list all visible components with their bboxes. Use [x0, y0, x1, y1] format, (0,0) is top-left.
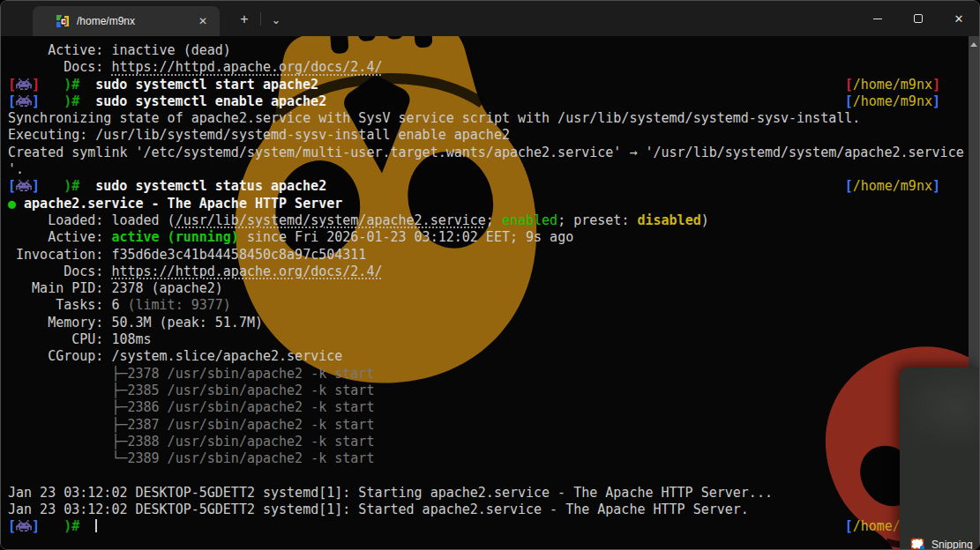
maximize-icon	[914, 14, 923, 23]
terminal-line: '.	[8, 161, 979, 178]
terminal-line: Invocation: f35d6de3c41b44458450c8a97c50…	[8, 247, 979, 264]
terminal-line: Active: active (running) since Fri 2026-…	[8, 229, 979, 246]
terminal-line: Jan 23 03:12:02 DESKTOP-5GDETT2 systemd[…	[8, 485, 979, 502]
close-icon: ✕	[954, 12, 964, 26]
terminal-line: Jan 23 03:12:02 DESKTOP-5GDETT2 systemd[…	[8, 502, 979, 518]
minimize-icon	[873, 19, 882, 19]
snipping-tool-icon	[910, 538, 925, 549]
terminal-window: /home/m9nx ✕ + ⌄ ✕	[0, 0, 980, 550]
terminal-line: Created symlink '/etc/systemd/system/mul…	[8, 145, 979, 161]
terminal-line: Loaded: loaded (/usr/lib/systemd/system/…	[8, 212, 979, 229]
terminal-line: ├─2378 /usr/sbin/apache2 -k start	[8, 366, 979, 383]
terminal-line: Main PID: 2378 (apache2)	[8, 280, 979, 297]
titlebar-divider	[260, 12, 261, 26]
terminal-line: ├─2386 /usr/sbin/apache2 -k start	[8, 399, 979, 416]
invader-icon	[16, 520, 32, 531]
tab-dropdown-button[interactable]: ⌄	[264, 8, 288, 31]
tab-home-m9nx[interactable]: /home/m9nx ✕	[33, 6, 220, 36]
terminal-line: └─2389 /usr/sbin/apache2 -k start	[8, 450, 979, 467]
terminal-cursor	[95, 519, 97, 532]
terminal-line: ● apache2.service - The Apache HTTP Serv…	[8, 196, 979, 212]
terminal-content: Active: inactive (dead) Docs: https://ht…	[1, 36, 979, 549]
prompt-path: [/home/m9nx]	[845, 77, 940, 93]
prompt-path: [/home/m9nx]	[845, 93, 940, 110]
toast-app-name: Snipping	[931, 539, 973, 550]
invader-icon	[16, 180, 32, 191]
new-tab-button[interactable]: +	[232, 8, 257, 31]
scroll-up-arrow-icon[interactable]	[970, 42, 977, 47]
terminal-line: Synchronizing state of apache2.service w…	[8, 110, 979, 127]
notification-toast[interactable]: Snipping	[900, 368, 979, 549]
prompt-path: [/home/m9nx]	[845, 178, 940, 195]
terminal-line: CPU: 108ms	[8, 331, 979, 348]
terminal-line: ├─2388 /usr/sbin/apache2 -k start	[8, 434, 979, 450]
titlebar: /home/m9nx ✕ + ⌄ ✕	[1, 1, 979, 36]
tab-title: /home/m9nx	[77, 15, 188, 27]
terminal-line: [ ] )# [/home/m9nx]	[8, 518, 979, 535]
terminal-line: CGroup: /system.slice/apache2.service	[8, 348, 979, 365]
minimize-button[interactable]	[857, 1, 898, 36]
terminal-line: Active: inactive (dead)	[8, 42, 979, 59]
close-button[interactable]: ✕	[939, 1, 979, 36]
terminal-line: Docs: https://httpd.apache.org/docs/2.4/	[8, 264, 979, 280]
toast-row: Snipping	[910, 538, 973, 549]
tab-close-icon[interactable]: ✕	[195, 13, 211, 29]
distro-icon	[56, 14, 70, 28]
maximize-button[interactable]	[898, 1, 939, 36]
invader-icon	[16, 78, 32, 90]
terminal-line: Executing: /usr/lib/systemd/systemd-sysv…	[8, 127, 979, 144]
terminal-line: Tasks: 6 (limit: 9377)	[8, 297, 979, 314]
terminal-line: Memory: 50.3M (peak: 51.7M)	[8, 315, 979, 331]
terminal-line: Docs: https://httpd.apache.org/docs/2.4/	[8, 59, 979, 76]
terminal-lines: Active: inactive (dead) Docs: https://ht…	[1, 36, 979, 549]
terminal-line: ├─2387 /usr/sbin/apache2 -k start	[8, 417, 979, 434]
terminal-line: ├─2385 /usr/sbin/apache2 -k start	[8, 383, 979, 399]
terminal-line	[8, 467, 979, 484]
terminal-line: [ ] )# sudo systemctl enable apache2[/ho…	[8, 93, 979, 110]
terminal-line: [ ] )# sudo systemctl start apache2[/hom…	[8, 77, 979, 93]
invader-icon	[16, 95, 32, 107]
terminal-line: [ ] )# sudo systemctl status apache2[/ho…	[8, 178, 979, 195]
window-controls: ✕	[857, 1, 979, 36]
